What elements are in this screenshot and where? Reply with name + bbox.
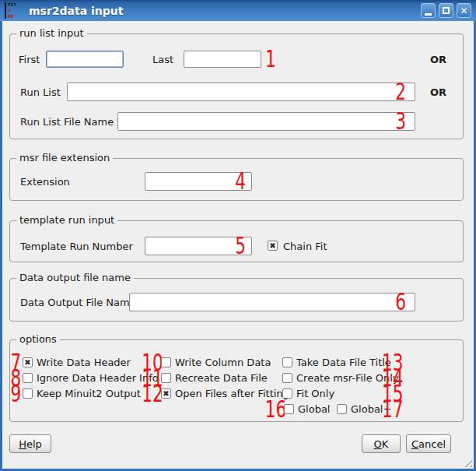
run-list-label: Run List (20, 83, 61, 101)
data-output-file-name-group: Data output file name Data Output File N… (9, 278, 464, 322)
resize-grip[interactable] (462, 457, 472, 467)
maximize-button[interactable] (439, 3, 453, 18)
run-list-input-group: run list input First Last 1 OR Run List … (9, 33, 464, 139)
take-data-file-title-checkbox[interactable] (282, 357, 292, 367)
cancel-button[interactable]: Cancel (406, 434, 451, 453)
help-button[interactable]: Help (9, 434, 51, 453)
or-label-row1: OR (430, 51, 446, 68)
run-list-input[interactable] (67, 83, 415, 101)
app-icon-db-text: DB (8, 14, 23, 19)
minimize-icon (425, 13, 432, 16)
keep-minuit2-output-label: Keep Minuit2 Output (37, 386, 141, 402)
options-row-4: 16 Global Global+ 17 (10, 402, 463, 417)
ok-button[interactable]: OK (362, 434, 401, 453)
last-run-input[interactable] (184, 51, 261, 68)
or-label-row2: OR (430, 83, 446, 101)
annotation-3: 3 (395, 109, 406, 134)
cancel-button-accel: C (411, 438, 418, 450)
close-icon: ✕ (460, 6, 467, 16)
data-output-file-name-input[interactable] (129, 293, 415, 311)
ignore-data-header-info-label: Ignore Data Header Info (37, 371, 159, 386)
app-icon-arrow: ↓ (8, 9, 23, 12)
msr-file-extension-group: msr file extension Extension 4 (9, 158, 464, 201)
minimize-button[interactable] (421, 3, 436, 18)
options-group-title: options (16, 333, 60, 345)
write-data-header-label: Write Data Header (37, 355, 131, 371)
take-data-file-title-label: Take Data File Title (296, 355, 391, 371)
dialog-content: run list input First Last 1 OR Run List … (2, 21, 474, 469)
recreate-data-file-label: Recreate Data File (175, 371, 268, 386)
chain-fit-checkbox[interactable]: ✖ (268, 241, 278, 251)
close-button[interactable]: ✕ (457, 3, 471, 18)
ok-button-label: K (382, 438, 389, 450)
annotation-5: 5 (235, 234, 246, 258)
annotation-6: 6 (395, 290, 406, 315)
msr2data-dialog: FIT ↓ DB msr2data input ✕ run list input… (0, 0, 476, 471)
ok-button-accel: O (374, 438, 382, 450)
template-run-input-group: template run input Template Run Number 5… (9, 220, 464, 262)
run-list-file-name-input[interactable] (117, 112, 415, 131)
first-label: First (19, 51, 40, 68)
window-title: msr2data input (29, 5, 124, 17)
output-group-title: Data output file name (16, 272, 134, 283)
template-group-title: template run input (16, 214, 117, 226)
extension-label: Extension (20, 172, 70, 191)
write-column-data-label: Write Column Data (175, 355, 271, 371)
extension-group-title: msr file extension (16, 152, 113, 163)
run-list-group-title: run list input (16, 27, 87, 39)
write-data-header-checkbox[interactable]: ✖ (23, 357, 33, 367)
fit-only-label: Fit Only (296, 386, 334, 402)
annotation-17: 17 (382, 397, 403, 422)
help-button-label: elp (26, 438, 42, 450)
keep-minuit2-output-checkbox[interactable] (23, 388, 33, 399)
open-files-after-fitting-checkbox[interactable]: ✖ (161, 388, 171, 399)
title-bar[interactable]: FIT ↓ DB msr2data input ✕ (0, 0, 476, 21)
data-output-file-name-label: Data Output File Name (20, 293, 136, 311)
ignore-data-header-info-checkbox[interactable] (23, 373, 33, 383)
annotation-2: 2 (395, 79, 406, 104)
maximize-icon (443, 7, 450, 14)
app-icon: FIT ↓ DB (5, 2, 23, 19)
options-group: options 7 ✖ Write Data Header 10 Write C… (9, 339, 464, 422)
global-plus-checkbox[interactable] (337, 404, 347, 414)
template-run-number-label: Template Run Number (20, 237, 133, 255)
last-label: Last (152, 51, 173, 68)
help-button-accel: H (19, 438, 26, 450)
chain-fit-label: Chain Fit (283, 237, 327, 255)
cancel-button-label: ancel (418, 438, 446, 450)
annotation-4: 4 (235, 169, 246, 194)
global-checkbox[interactable] (284, 404, 294, 414)
run-list-file-name-label: Run List File Name (20, 112, 114, 131)
global-label: Global (298, 402, 330, 417)
annotation-1: 1 (265, 47, 276, 72)
annotation-16: 16 (265, 397, 281, 422)
first-run-input[interactable] (46, 51, 124, 68)
create-msr-file-only-checkbox[interactable] (282, 373, 292, 383)
